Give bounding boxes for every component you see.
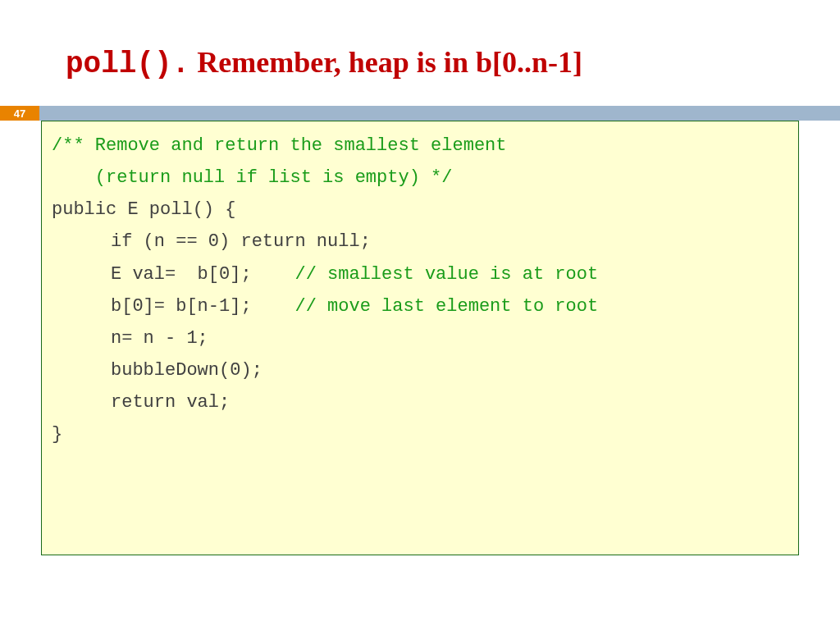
code-line-close: } (52, 424, 62, 445)
slide-title: poll(). Remember, heap is in b[0..n-1] (0, 0, 840, 106)
code-line-if: if (n == 0) return null; (111, 231, 371, 252)
code-line-decr: n= n - 1; (111, 328, 208, 349)
code-line-return: return val; (111, 392, 230, 413)
accent-bar: 47 (0, 106, 840, 121)
title-text-part: Remember, heap is in b[0..n-1] (189, 46, 582, 79)
code-line-val: E val= b[0]; (111, 264, 252, 285)
code-comment-move: // move last element to root (252, 296, 598, 317)
code-line-bubble: bubbleDown(0); (111, 360, 262, 381)
code-line-move: b[0]= b[n-1]; (111, 296, 252, 317)
code-comment-root: // smallest value is at root (252, 264, 598, 285)
code-comment-line1: /** Remove and return the smallest eleme… (52, 135, 507, 156)
title-code-part: poll(). (66, 48, 189, 81)
slide-number-badge: 47 (0, 106, 39, 121)
accent-bar-fill (39, 106, 840, 121)
code-comment-line2: (return null if list is empty) */ (52, 167, 452, 188)
code-line-signature: public E poll() { (52, 199, 235, 220)
code-block: /** Remove and return the smallest eleme… (41, 121, 799, 555)
